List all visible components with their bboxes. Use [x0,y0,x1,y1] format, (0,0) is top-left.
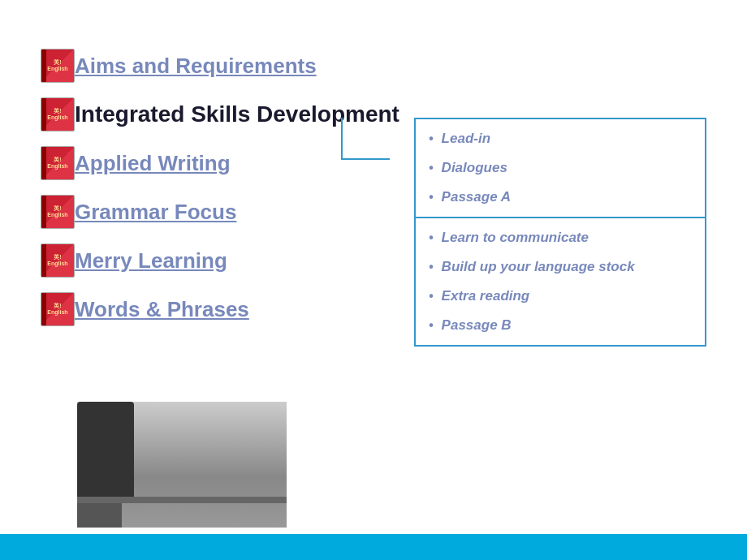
panel-item-dialogues[interactable]: Dialogues [416,153,705,183]
merry-link[interactable]: Merry Learning [75,248,227,274]
aims-link[interactable]: Aims and Requirements [75,54,317,79]
book-icon-grammar: 英!English [41,195,75,229]
table-line [77,497,287,503]
book-icon-aims: 英!English [41,49,75,83]
book-icon-words: 英!English [41,292,75,326]
panel-item-passage-b[interactable]: Passage B [416,311,705,340]
panel-top-section: Lead-in Dialogues Passage A [416,119,705,218]
photo-simulation [77,402,287,528]
integrated-link[interactable]: Integrated Skills Development [75,101,399,127]
panel-item-lead-in[interactable]: Lead-in [416,124,705,153]
words-link[interactable]: Words & Phrases [75,297,249,322]
grammar-link[interactable]: Grammar Focus [75,200,236,225]
panel-item-learn[interactable]: Learn to communicate [416,223,705,252]
panel-item-build[interactable]: Build up your language stock [416,252,705,282]
connector-horizontal [341,158,390,160]
right-panel: Lead-in Dialogues Passage A Learn to com… [414,118,706,347]
person-silhouette-1 [77,402,134,499]
nav-item-aims[interactable]: 英!English Aims and Requirements [41,49,706,83]
bottom-bar [0,534,747,560]
book-icon-integrated: 英!English [41,97,75,131]
connector-vertical [341,118,343,160]
meeting-photo [77,402,287,528]
person-silhouette-2 [77,499,122,528]
book-icon-merry: 英!English [41,243,75,278]
panel-item-passage-a[interactable]: Passage A [416,183,705,212]
panel-item-extra[interactable]: Extra reading [416,282,705,311]
book-icon-applied: 英!English [41,146,75,180]
applied-link[interactable]: Applied Writing [75,151,231,176]
panel-bottom-section: Learn to communicate Build up your langu… [416,218,705,345]
